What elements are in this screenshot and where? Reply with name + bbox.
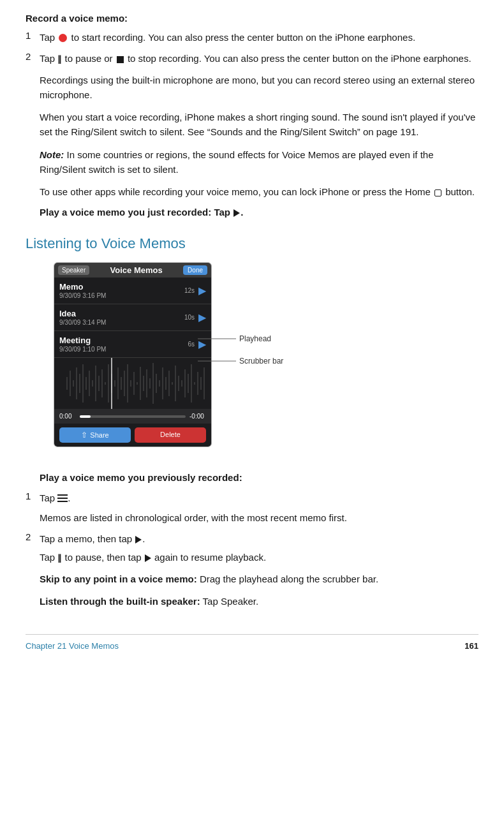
play-icon-3 <box>145 554 151 562</box>
memo-name-1: Memo <box>59 282 184 292</box>
memo-date-3: 9/30/09 1:10 PM <box>59 346 188 353</box>
screenshot-speaker-btn: Speaker <box>58 265 89 275</box>
memo-item-3: Meeting 9/30/09 1:10 PM 6s ▶ <box>54 331 211 358</box>
footer-chapter: Chapter 21 Voice Memos <box>26 641 119 651</box>
stop-icon <box>117 56 124 63</box>
time-end: -0:00 <box>189 413 206 420</box>
para-3-suffix: button. <box>443 186 475 197</box>
memo-info-2: Idea 9/30/09 3:14 PM <box>59 309 184 326</box>
callout-scrubber-text: Scrubber bar <box>239 357 283 366</box>
share-label: Share <box>90 431 108 439</box>
para-1: Recordings using the built-in microphone… <box>40 73 478 103</box>
skip-text: Drag the playhead along the scrubber bar… <box>197 574 378 584</box>
memo-dur-3: 6s <box>188 341 195 348</box>
memo-info-3: Meeting 9/30/09 1:10 PM <box>59 336 188 353</box>
share-icon: ⇧ <box>81 431 87 440</box>
play-recorded-bold: Play a voice memo you just recorded: <box>40 207 211 218</box>
waveform-area <box>54 358 211 409</box>
action-bar: ⇧ Share Delete <box>54 424 211 447</box>
svg-rect-92 <box>57 494 68 496</box>
play-recorded-label: Play a voice memo you just recorded: Tap… <box>40 207 478 218</box>
record-button-icon <box>59 34 67 42</box>
prev-step-1-note: Memos are listed in chronological order,… <box>40 510 478 525</box>
prev-step-2: 2 Tap a memo, then tap . Tap ‖ to pause,… <box>26 531 478 565</box>
prev-step-2-note: Tap ‖ to pause, then tap again to resume… <box>40 550 478 565</box>
memo-arrow-3: ▶ <box>198 338 206 350</box>
iphone-screenshot: Speaker Voice Memos Done Memo 9/30/09 3:… <box>54 262 212 447</box>
step-2: 2 Tap ‖ to pause or to stop recording. Y… <box>26 51 478 66</box>
prev-step-1-text: Tap . <box>40 491 478 507</box>
memo-item-2: Idea 9/30/09 3:14 PM 10s ▶ <box>54 304 211 331</box>
memo-date-2: 9/30/09 3:14 PM <box>59 319 184 326</box>
step-1-text: Tap to start recording. You can also pre… <box>40 30 478 45</box>
memo-info-1: Memo 9/30/09 3:16 PM <box>59 282 184 299</box>
listen-para: Listen through the built-in speaker: Tap… <box>40 594 478 609</box>
screenshot-wrapper: Speaker Voice Memos Done Memo 9/30/09 3:… <box>40 262 212 459</box>
section-heading: Listening to Voice Memos <box>26 235 478 252</box>
play-prev-heading: Play a voice memo you previously recorde… <box>40 472 478 483</box>
para-3: To use other apps while recording your v… <box>40 184 478 199</box>
time-start: 0:00 <box>59 413 76 420</box>
listen-text: Tap Speaker. <box>200 596 258 607</box>
delete-button[interactable]: Delete <box>135 427 206 443</box>
screenshot-title: Voice Memos <box>92 265 181 275</box>
memo-dur-1: 12s <box>184 287 195 294</box>
memo-date-1: 9/30/09 3:16 PM <box>59 292 184 299</box>
memo-arrow-1: ▶ <box>198 285 206 297</box>
memo-name-3: Meeting <box>59 336 188 345</box>
memo-arrow-2: ▶ <box>198 311 206 323</box>
scrubber-track <box>80 415 186 418</box>
step-1-number: 1 <box>26 30 40 41</box>
pause-icon-2: ‖ <box>57 552 62 565</box>
screenshot-top-bar: Speaker Voice Memos Done <box>54 263 211 278</box>
footer: Chapter 21 Voice Memos 161 <box>26 634 478 651</box>
prev-step-1-number: 1 <box>26 491 40 501</box>
prev-step-1: 1 Tap . Memos are listed in chronologica… <box>26 491 478 525</box>
para-2: When you start a voice recording, iPhone… <box>40 110 478 140</box>
para-3-prefix: To use other apps while recording your v… <box>40 186 433 197</box>
svg-rect-93 <box>57 498 68 499</box>
note-text: In some countries or regions, the sound … <box>40 149 434 175</box>
step-1: 1 Tap to start recording. You can also p… <box>26 30 478 45</box>
list-icon <box>57 494 68 502</box>
skip-label: Skip to any point in a voice memo: <box>40 574 197 584</box>
prev-step-2-number: 2 <box>26 531 40 542</box>
scrubber-fill <box>80 415 91 418</box>
svg-rect-94 <box>57 501 68 502</box>
waveform-svg <box>54 358 212 409</box>
step-2-text: Tap ‖ to pause or to stop recording. You… <box>40 51 478 66</box>
screenshot-done-btn: Done <box>183 265 207 275</box>
callout-svg: Playhead Scrubber bar <box>198 262 313 390</box>
page-content: Record a voice memo: 1 Tap to start reco… <box>26 13 478 651</box>
playback-bar: 0:00 -0:00 <box>54 409 211 424</box>
screenshot-callout-container: Speaker Voice Memos Done Memo 9/30/09 3:… <box>40 262 478 461</box>
record-heading: Record a voice memo: <box>26 13 478 24</box>
home-button-icon <box>434 189 441 196</box>
callout-playhead-text: Playhead <box>239 334 271 343</box>
list-icon-wrapper <box>57 491 68 506</box>
memo-list: Memo 9/30/09 3:16 PM 12s ▶ Idea 9/30/09 … <box>54 278 211 358</box>
share-button[interactable]: ⇧ Share <box>59 427 131 443</box>
footer-page: 161 <box>464 641 478 651</box>
prev-step-2-text: Tap a memo, then tap . <box>40 531 478 546</box>
note-label: Note: <box>40 149 64 160</box>
memo-name-2: Idea <box>59 309 184 318</box>
play-recorded-text: Tap . <box>211 207 243 218</box>
note-para: Note: In some countries or regions, the … <box>40 147 478 177</box>
prev-step-1-content: Tap . Memos are listed in chronological … <box>40 491 478 525</box>
listen-label: Listen through the built-in speaker: <box>40 596 200 607</box>
play-icon-1 <box>233 209 240 217</box>
memo-item-1: Memo 9/30/09 3:16 PM 12s ▶ <box>54 278 211 304</box>
skip-para: Skip to any point in a voice memo: Drag … <box>40 572 478 586</box>
pause-icon: ‖ <box>57 53 62 66</box>
memo-dur-2: 10s <box>184 314 195 321</box>
play-icon-2 <box>135 536 142 544</box>
prev-step-2-content: Tap a memo, then tap . Tap ‖ to pause, t… <box>40 531 478 565</box>
step-2-number: 2 <box>26 51 40 62</box>
